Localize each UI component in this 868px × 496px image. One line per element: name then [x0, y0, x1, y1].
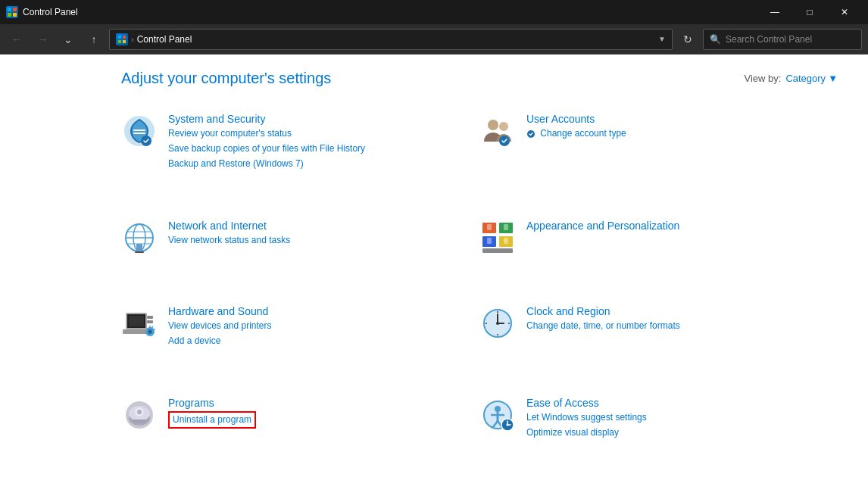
category-clock-region: Clock and Region Change date, time, or n… — [479, 298, 838, 389]
path-dropdown-arrow[interactable]: ▼ — [658, 35, 666, 43]
svg-rect-59 — [133, 420, 145, 423]
svg-rect-21 — [136, 244, 142, 251]
title-bar-left: Control Panel — [6, 6, 78, 18]
network-internet-link-1[interactable]: View network status and tasks — [168, 234, 290, 247]
hardware-sound-link-1[interactable]: View devices and printers — [168, 320, 272, 332]
ease-of-access-text: Ease of Access Let Windows suggest setti… — [526, 397, 647, 439]
category-programs: Programs Uninstall a program — [121, 389, 479, 481]
svg-rect-0 — [8, 8, 11, 11]
search-input[interactable] — [726, 34, 855, 45]
page-title: Adjust your computer's settings — [121, 70, 331, 87]
header-row: Adjust your computer's settings View by:… — [121, 70, 838, 87]
ease-of-access-link-2[interactable]: Optimize visual display — [526, 426, 647, 439]
clock-region-link-1[interactable]: Change date, time, or number formats — [526, 320, 680, 332]
network-internet-text: Network and Internet View network status… — [168, 220, 290, 247]
system-security-title[interactable]: System and Security — [168, 113, 365, 125]
svg-rect-32 — [482, 248, 513, 253]
maximize-button[interactable]: □ — [792, 0, 827, 24]
appearance-title[interactable]: Appearance and Personalization — [526, 220, 679, 232]
category-user-accounts: User Accounts Change account type — [479, 105, 838, 212]
svg-rect-29 — [504, 224, 508, 230]
window-title: Control Panel — [23, 7, 78, 17]
main-content: Adjust your computer's settings View by:… — [0, 55, 868, 496]
view-by-label: View by: — [744, 73, 781, 84]
svg-point-41 — [149, 331, 151, 332]
user-accounts-title[interactable]: User Accounts — [526, 113, 626, 125]
svg-point-13 — [499, 122, 508, 131]
category-system-security: System and Security Review your computer… — [121, 105, 479, 212]
view-by-value[interactable]: Category ▼ — [785, 73, 838, 84]
window-controls: — □ ✕ — [757, 0, 862, 24]
category-hardware-sound: Hardware and Sound View devices and prin… — [121, 298, 479, 389]
svg-rect-2 — [8, 13, 11, 17]
forward-button[interactable]: → — [32, 29, 53, 50]
watermark: A PPUALS wsxdn.com — [677, 467, 857, 488]
search-box[interactable]: 🔍 — [703, 29, 862, 50]
search-icon: 🔍 — [710, 34, 721, 45]
svg-rect-10 — [133, 133, 145, 134]
app-icon — [6, 6, 18, 18]
path-text: Control Panel — [137, 34, 192, 45]
svg-point-12 — [488, 120, 498, 130]
hardware-sound-link-2[interactable]: Add a device — [168, 335, 272, 348]
hardware-sound-text: Hardware and Sound View devices and prin… — [168, 305, 272, 348]
clock-region-icon — [479, 305, 516, 342]
category-appearance: Appearance and Personalization — [479, 212, 838, 298]
categories-grid: System and Security Review your computer… — [121, 105, 838, 481]
user-accounts-text: User Accounts Change account type — [526, 113, 626, 140]
svg-rect-35 — [129, 316, 144, 326]
refresh-button[interactable]: ↻ — [677, 29, 698, 50]
network-internet-title[interactable]: Network and Internet — [168, 220, 290, 232]
title-bar: Control Panel — □ ✕ — [0, 0, 868, 24]
system-security-text: System and Security Review your computer… — [168, 113, 365, 170]
svg-rect-1 — [13, 8, 17, 11]
minimize-button[interactable]: — — [757, 0, 792, 24]
recent-button[interactable]: ⌄ — [58, 29, 79, 50]
svg-rect-22 — [135, 251, 144, 253]
svg-rect-5 — [123, 36, 126, 39]
svg-rect-36 — [147, 316, 153, 319]
ease-of-access-link-1[interactable]: Let Windows suggest settings — [526, 411, 647, 424]
user-accounts-icon — [479, 113, 516, 149]
programs-text: Programs Uninstall a program — [168, 397, 256, 429]
close-button[interactable]: ✕ — [827, 0, 862, 24]
path-icon — [116, 33, 128, 45]
programs-icon — [121, 397, 158, 433]
view-by-value-text: Category — [785, 73, 826, 84]
svg-rect-28 — [487, 224, 492, 230]
view-by-control: View by: Category ▼ — [744, 73, 838, 84]
svg-rect-6 — [118, 40, 121, 43]
ease-of-access-icon — [479, 397, 516, 433]
svg-point-58 — [137, 410, 142, 414]
hardware-sound-icon — [121, 305, 158, 342]
address-path[interactable]: › Control Panel ▼ — [109, 29, 673, 50]
hardware-sound-title[interactable]: Hardware and Sound — [168, 305, 272, 317]
appearance-icon — [479, 220, 516, 256]
svg-rect-31 — [504, 238, 508, 244]
path-separator: › — [131, 35, 134, 44]
programs-title[interactable]: Programs — [168, 397, 256, 409]
back-button[interactable]: ← — [6, 29, 27, 50]
clock-region-text: Clock and Region Change date, time, or n… — [526, 305, 680, 332]
svg-rect-4 — [118, 36, 121, 39]
user-accounts-link-1[interactable]: Change account type — [526, 127, 626, 140]
address-bar: ← → ⌄ ↑ › Control Panel ▼ ↻ 🔍 — [0, 24, 868, 55]
network-internet-icon — [121, 220, 158, 256]
svg-rect-3 — [13, 13, 17, 17]
system-security-link-3[interactable]: Backup and Restore (Windows 7) — [168, 158, 365, 170]
watermark-icon: A — [677, 467, 698, 488]
clock-region-title[interactable]: Clock and Region — [526, 305, 680, 317]
svg-rect-30 — [487, 238, 492, 244]
svg-rect-7 — [123, 40, 126, 43]
svg-rect-37 — [147, 320, 153, 323]
svg-rect-9 — [133, 129, 145, 131]
category-network-internet: Network and Internet View network status… — [121, 212, 479, 298]
ease-of-access-title[interactable]: Ease of Access — [526, 397, 647, 409]
system-security-link-1[interactable]: Review your computer's status — [168, 127, 365, 140]
system-security-link-2[interactable]: Save backup copies of your files with Fi… — [168, 142, 365, 155]
up-button[interactable]: ↑ — [83, 29, 105, 50]
appearance-text: Appearance and Personalization — [526, 220, 679, 232]
view-by-dropdown-icon: ▼ — [828, 73, 838, 84]
system-security-icon — [121, 113, 158, 149]
programs-link-1[interactable]: Uninstall a program — [168, 411, 256, 429]
